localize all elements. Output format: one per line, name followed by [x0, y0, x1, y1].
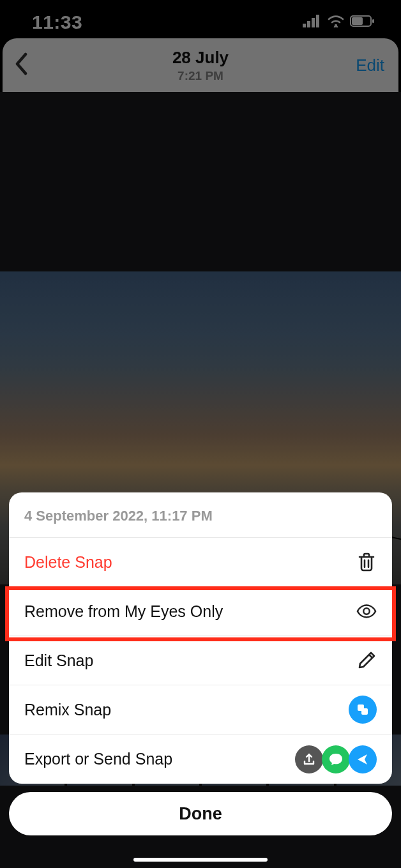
- edit-snap-label: Edit Snap: [24, 651, 93, 670]
- eye-icon: [356, 601, 377, 621]
- remix-icon: [349, 696, 377, 724]
- delete-snap-row[interactable]: Delete Snap: [9, 538, 392, 587]
- action-sheet: 4 September 2022, 11:17 PM Delete Snap R…: [9, 492, 392, 784]
- remix-snap-row[interactable]: Remix Snap: [9, 685, 392, 735]
- remove-from-my-eyes-only-row[interactable]: Remove from My Eyes Only: [9, 587, 392, 636]
- export-icon: [295, 745, 323, 773]
- svg-point-8: [363, 608, 369, 614]
- done-label: Done: [179, 804, 222, 824]
- pencil-icon: [356, 650, 377, 671]
- sheet-header: 4 September 2022, 11:17 PM: [9, 492, 392, 538]
- remix-snap-label: Remix Snap: [24, 701, 111, 719]
- export-or-send-row[interactable]: Export or Send Snap: [9, 735, 392, 784]
- trash-icon: [356, 552, 377, 572]
- edit-snap-row[interactable]: Edit Snap: [9, 636, 392, 685]
- done-button[interactable]: Done: [9, 792, 392, 835]
- home-indicator[interactable]: [133, 858, 268, 862]
- sheet-timestamp: 4 September 2022, 11:17 PM: [24, 508, 377, 524]
- export-icons-group: [295, 745, 377, 773]
- send-icon: [349, 745, 377, 773]
- delete-snap-label: Delete Snap: [24, 553, 112, 572]
- svg-rect-10: [361, 708, 368, 715]
- export-send-label: Export or Send Snap: [24, 750, 172, 768]
- remove-label: Remove from My Eyes Only: [24, 602, 223, 621]
- remix-icons: [349, 696, 377, 724]
- message-icon: [322, 745, 350, 773]
